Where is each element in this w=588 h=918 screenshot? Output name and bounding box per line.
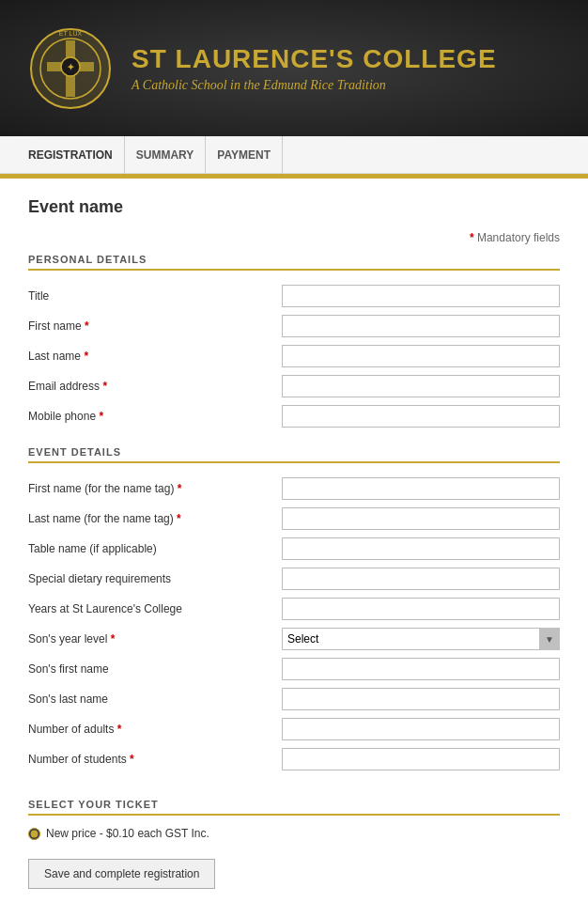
ticket-section: SELECT YOUR TICKET New price - $0.10 eac… [28, 789, 560, 840]
title-label: Title [28, 289, 282, 303]
ticket-header: SELECT YOUR TICKET [28, 799, 560, 816]
school-tagline: A Catholic School in the Edmund Rice Tra… [132, 78, 497, 93]
nav-registration[interactable]: REGISTRATION [28, 136, 125, 174]
svg-text:✦: ✦ [67, 62, 75, 72]
event-firstname-label: First name (for the name tag) * [28, 482, 282, 495]
son-year-label: Son's year level * [28, 632, 282, 646]
header: ✦ ET LUX ST LAURENCE'S COLLEGE A Catholi… [0, 0, 588, 136]
mobile-label: Mobile phone * [28, 410, 282, 423]
last-name-req: * [84, 350, 88, 363]
event-lastname-row: Last name (for the name tag) * [28, 507, 560, 530]
mobile-input[interactable] [282, 405, 560, 428]
dietary-label: Special dietary requirements [28, 572, 282, 585]
students-row: Number of students * [28, 748, 560, 770]
mandatory-star: * [470, 231, 474, 244]
event-firstname-row: First name (for the name tag) * [28, 477, 560, 500]
first-name-input[interactable] [282, 315, 560, 337]
event-lastname-label: Last name (for the name tag) * [28, 512, 282, 525]
son-lastname-row: Son's last name [28, 688, 560, 710]
son-year-select-wrapper: Select ▼ [282, 628, 560, 650]
event-firstname-input[interactable] [282, 477, 560, 500]
event-details-header: EVENT DETAILS [28, 446, 560, 463]
svg-text:ET LUX: ET LUX [59, 30, 83, 37]
email-label: Email address * [28, 380, 282, 393]
years-input[interactable] [282, 598, 560, 620]
son-lastname-input[interactable] [282, 688, 560, 710]
son-year-row: Son's year level * Select ▼ [28, 628, 560, 650]
son-firstname-row: Son's first name [28, 658, 560, 680]
page-title: Event name [28, 197, 560, 217]
title-input[interactable] [282, 285, 560, 307]
years-row: Years at St Laurence's College [28, 598, 560, 620]
students-input[interactable] [282, 748, 560, 770]
nav-payment[interactable]: PAYMENT [206, 136, 283, 174]
school-name: ST LAURENCE'S COLLEGE [132, 44, 497, 74]
email-req: * [102, 380, 107, 393]
mobile-row: Mobile phone * [28, 405, 560, 428]
ticket-option-label: New price - $0.10 each GST Inc. [46, 827, 209, 840]
first-name-row: First name * [28, 315, 560, 337]
table-name-row: Table name (if applicable) [28, 537, 560, 560]
school-logo: ✦ ET LUX [28, 17, 113, 120]
years-label: Years at St Laurence's College [28, 602, 282, 615]
dietary-row: Special dietary requirements [28, 568, 560, 590]
first-name-req: * [85, 319, 89, 333]
mobile-req: * [99, 410, 103, 423]
son-year-req: * [111, 632, 116, 646]
nav-summary[interactable]: SUMMARY [125, 136, 207, 174]
last-name-input[interactable] [282, 345, 560, 367]
adults-row: Number of adults * [28, 718, 560, 740]
table-name-input[interactable] [282, 537, 560, 560]
email-row: Email address * [28, 375, 560, 397]
mandatory-label: Mandatory fields [477, 231, 560, 244]
event-lastname-input[interactable] [282, 507, 560, 530]
son-firstname-input[interactable] [282, 658, 560, 680]
ticket-radio[interactable] [28, 828, 40, 840]
email-input[interactable] [282, 375, 560, 397]
adults-label: Number of adults * [28, 723, 282, 736]
main-content: Event name * Mandatory fields PERSONAL D… [0, 179, 588, 917]
students-req: * [130, 753, 134, 766]
son-firstname-label: Son's first name [28, 662, 282, 676]
title-row: Title [28, 285, 560, 307]
last-name-row: Last name * [28, 345, 560, 367]
students-label: Number of students * [28, 753, 282, 766]
adults-req: * [117, 723, 122, 736]
table-name-label: Table name (if applicable) [28, 542, 282, 555]
dietary-input[interactable] [282, 568, 560, 590]
last-name-label: Last name * [28, 350, 282, 363]
event-lastname-req: * [177, 512, 181, 525]
son-year-select[interactable]: Select [282, 628, 560, 650]
submit-button[interactable]: Save and complete registration [28, 859, 215, 889]
header-text: ST LAURENCE'S COLLEGE A Catholic School … [132, 44, 497, 93]
navigation: REGISTRATION SUMMARY PAYMENT [0, 136, 588, 174]
first-name-label: First name * [28, 319, 282, 333]
mandatory-note: * Mandatory fields [28, 231, 560, 244]
adults-input[interactable] [282, 718, 560, 740]
event-firstname-req: * [178, 482, 182, 495]
son-lastname-label: Son's last name [28, 692, 282, 706]
ticket-option: New price - $0.10 each GST Inc. [28, 827, 560, 840]
personal-details-header: PERSONAL DETAILS [28, 254, 560, 271]
